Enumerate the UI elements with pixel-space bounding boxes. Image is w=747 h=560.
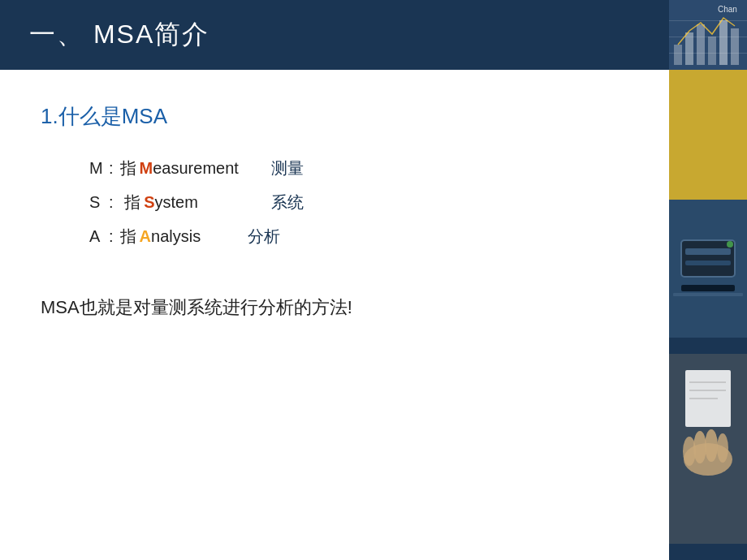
chart-grid-2 <box>669 37 747 37</box>
svg-rect-10 <box>685 261 731 265</box>
sidebar-bottom-block <box>669 338 747 560</box>
translation-s: 系统 <box>271 194 320 210</box>
summary-text: MSA也就是对量测系统进行分析的方法! <box>41 293 628 321</box>
letter-m: M <box>89 160 109 176</box>
chart-grid-1 <box>669 53 747 54</box>
main-wrapper: 1.什么是MSA M : 指 Measurement 测量 S : 指 Syst… <box>0 70 747 560</box>
header-bar: 一、 MSA简介 Chan <box>0 0 747 70</box>
svg-text:Chan: Chan <box>718 5 737 14</box>
svg-point-22 <box>705 429 718 462</box>
word-measurement: Measurement <box>140 160 239 176</box>
header-prefix: 一、 <box>29 19 84 49</box>
header-msa-title: MSA简介 <box>93 19 209 49</box>
prefix-s: 指 <box>120 194 141 210</box>
scanner-svg <box>669 200 747 338</box>
translation-a: 分析 <box>248 228 296 244</box>
sidebar-scanner-block <box>669 200 747 338</box>
svg-rect-11 <box>681 285 735 291</box>
svg-rect-12 <box>673 293 743 296</box>
svg-rect-5 <box>731 28 739 65</box>
right-sidebar <box>669 70 747 560</box>
svg-rect-3 <box>708 37 716 65</box>
translation-m: 测量 <box>271 160 320 176</box>
word-analysis: Analysis <box>140 228 201 244</box>
header-title: 一、 MSA简介 <box>29 17 209 53</box>
colon-s: : <box>109 194 114 210</box>
svg-rect-9 <box>685 248 731 255</box>
chart-grid-3 <box>669 20 747 21</box>
svg-point-13 <box>727 241 733 248</box>
letter-s: S <box>89 194 109 210</box>
prefix-a: 指 <box>120 228 136 244</box>
highlight-a: A <box>140 227 151 245</box>
definition-a-row: A : 指 Analysis 分析 <box>89 228 628 244</box>
definition-s-row: S : 指 System 系统 <box>89 194 628 210</box>
prefix-m: 指 <box>120 160 136 176</box>
header-chart-panel: Chan <box>669 0 747 70</box>
word-system: System <box>144 194 198 210</box>
definition-m-row: M : 指 Measurement 测量 <box>89 160 628 176</box>
colon-a: : <box>109 228 114 244</box>
chart-background: Chan <box>669 0 747 70</box>
letter-a: A <box>89 228 109 244</box>
summary-content: MSA也就是对量测系统进行分析的方法! <box>41 297 352 317</box>
section-title: 1.什么是MSA <box>41 102 628 131</box>
svg-point-23 <box>717 433 728 463</box>
svg-rect-8 <box>681 240 735 277</box>
definitions-block: M : 指 Measurement 测量 S : 指 System 系统 A :… <box>89 160 628 244</box>
svg-rect-1 <box>685 32 693 65</box>
svg-rect-0 <box>674 45 682 65</box>
svg-rect-4 <box>719 20 728 65</box>
svg-point-21 <box>693 431 706 463</box>
sidebar-gold-block <box>669 70 747 200</box>
hands-svg <box>669 354 747 544</box>
chart-svg: Chan <box>669 0 747 70</box>
svg-rect-2 <box>697 24 705 65</box>
colon-m: : <box>109 160 114 176</box>
highlight-m: M <box>140 159 153 177</box>
highlight-s: S <box>144 193 154 211</box>
main-content: 1.什么是MSA M : 指 Measurement 测量 S : 指 Syst… <box>0 70 669 560</box>
